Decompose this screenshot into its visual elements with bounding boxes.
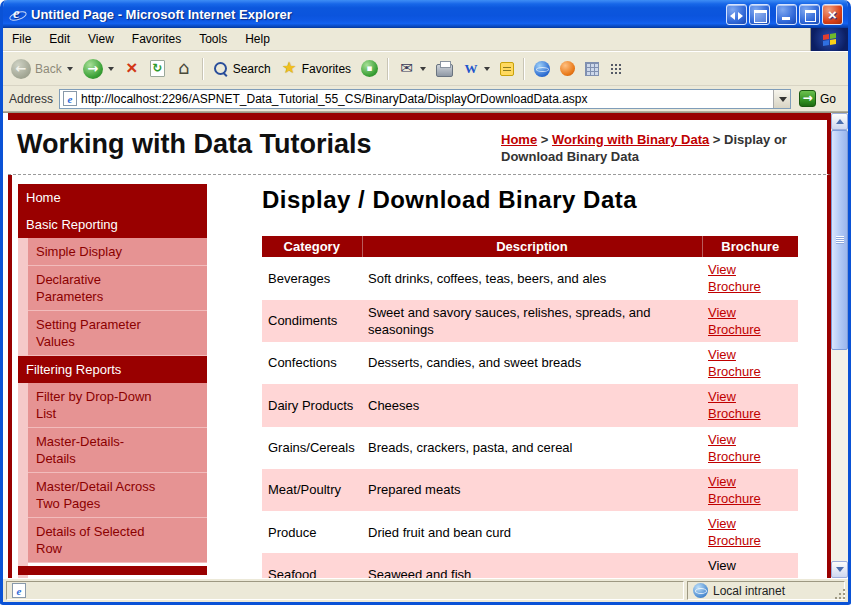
addon-button-1[interactable] (556, 58, 579, 79)
toolbar-separator (202, 58, 204, 80)
category-cell: Beverages (262, 257, 362, 299)
menu-help[interactable]: Help (236, 28, 279, 51)
view-brochure-link[interactable]: View Brochure (708, 431, 766, 465)
view-brochure-link[interactable]: View Brochure (708, 346, 766, 380)
brochure-cell: View Brochure (702, 511, 798, 553)
sidebar-item-setting-parameter-values[interactable]: Setting Parameter Values (28, 311, 207, 356)
search-label: Search (233, 62, 271, 76)
column-header-category: Category (262, 236, 362, 257)
addon-grid-icon (609, 62, 623, 76)
breadcrumb-home-link[interactable]: Home (501, 132, 537, 147)
sidebar-item-filtering-reports[interactable]: Filtering Reports (18, 356, 207, 383)
home-button[interactable] (171, 57, 197, 81)
menu-edit[interactable]: Edit (40, 28, 79, 51)
forward-button[interactable] (79, 56, 118, 82)
view-brochure-link[interactable]: View Brochure (708, 473, 766, 507)
view-brochure-link[interactable]: View Brochure (708, 304, 766, 338)
back-button[interactable]: Back (7, 56, 77, 82)
standard-buttons-toolbar: Back Search Favorites (3, 52, 848, 86)
sidebar-item-simple-display[interactable]: Simple Display (28, 238, 207, 266)
security-zone-label: Local intranet (713, 584, 785, 598)
menu-tools[interactable]: Tools (190, 28, 236, 51)
address-dropdown-button[interactable] (773, 90, 790, 108)
window-title: Untitled Page - Microsoft Internet Explo… (31, 7, 721, 22)
mail-button[interactable] (394, 57, 430, 80)
brochure-cell: View Brochure (702, 469, 798, 511)
stop-button[interactable] (120, 58, 144, 80)
notes-button[interactable] (496, 59, 518, 79)
view-brochure-link[interactable]: View Brochure (708, 388, 766, 422)
home-icon (175, 60, 193, 78)
scroll-down-button[interactable] (831, 561, 848, 578)
go-button[interactable]: Go (797, 89, 842, 108)
sidebar-item-home[interactable]: Home (18, 184, 207, 211)
go-label: Go (820, 92, 836, 106)
menu-view[interactable]: View (79, 28, 123, 51)
messenger-button[interactable] (530, 58, 554, 80)
address-input[interactable]: http://localhost:2296/ASPNET_Data_Tutori… (59, 89, 791, 109)
addon-button-3[interactable] (605, 59, 627, 79)
category-cell: Produce (262, 511, 362, 553)
edit-dropdown-chevron[interactable] (484, 67, 490, 71)
scrollbar-thumb[interactable] (831, 130, 848, 350)
print-button[interactable] (432, 58, 457, 80)
title-bar[interactable]: Untitled Page - Microsoft Internet Explo… (3, 0, 848, 28)
brochure-cell: View Brochure (702, 257, 798, 299)
back-dropdown-chevron[interactable] (67, 67, 73, 71)
address-label: Address (9, 92, 53, 106)
media-button[interactable] (357, 57, 382, 80)
close-button[interactable] (822, 4, 843, 25)
main-content: Display / Download Binary Data CategoryD… (207, 184, 827, 578)
favorites-star-icon (281, 60, 298, 77)
sidebar-item-master-detail-across-two-pages[interactable]: Master/Detail Across Two Pages (28, 473, 207, 518)
minimize-button[interactable] (776, 4, 797, 25)
go-icon (799, 90, 816, 107)
menu-favorites[interactable]: Favorites (123, 28, 190, 51)
status-page-icon (12, 583, 26, 598)
sidebar-item-filter-by-drop-down-list[interactable]: Filter by Drop-Down List (28, 383, 207, 428)
table-row-confections: ConfectionsDesserts, candies, and sweet … (262, 342, 798, 384)
vertical-scrollbar[interactable] (831, 113, 848, 578)
sidebar-item-master-details-details[interactable]: Master-Details-Details (28, 428, 207, 473)
favorites-button[interactable]: Favorites (277, 57, 355, 80)
sidebar-item-basic-reporting[interactable]: Basic Reporting (18, 211, 207, 238)
edit-button[interactable] (459, 58, 494, 80)
page-top-band (8, 113, 831, 120)
breadcrumb-section-link[interactable]: Working with Binary Data (552, 132, 709, 147)
addon-orange-icon (560, 61, 575, 76)
categories-table-body: BeveragesSoft drinks, coffees, teas, bee… (262, 257, 798, 578)
description-cell: Dried fruit and bean curd (362, 511, 702, 553)
brochure-text: View Brochure (708, 557, 766, 578)
view-brochure-link[interactable]: View Brochure (708, 515, 766, 549)
categories-table: CategoryDescriptionBrochure BeveragesSof… (262, 236, 798, 578)
window-extra-arrows-button[interactable] (726, 4, 747, 25)
resize-grip[interactable] (833, 587, 847, 601)
sidebar-item-details-of-selected-row[interactable]: Details of Selected Row (28, 518, 207, 563)
view-brochure-link[interactable]: View Brochure (708, 261, 766, 295)
scroll-up-button[interactable] (831, 113, 848, 130)
maximize-button[interactable] (799, 4, 820, 25)
menu-file[interactable]: File (3, 28, 40, 51)
search-icon (213, 61, 229, 77)
addon-button-2[interactable] (581, 59, 603, 79)
table-row-beverages: BeveragesSoft drinks, coffees, teas, bee… (262, 257, 798, 299)
description-cell: Cheeses (362, 384, 702, 426)
description-cell: Soft drinks, coffees, teas, beers, and a… (362, 257, 702, 299)
refresh-button[interactable] (146, 57, 169, 80)
menu-bar-items: FileEditViewFavoritesToolsHelp (3, 28, 279, 51)
sidebar-item-declarative-parameters[interactable]: Declarative Parameters (28, 266, 207, 311)
page-header: Working with Data Tutorials Home > Worki… (8, 120, 831, 175)
description-cell: Desserts, candies, and sweet breads (362, 342, 702, 384)
search-button[interactable]: Search (209, 58, 275, 80)
mail-dropdown-chevron[interactable] (420, 67, 426, 71)
address-bar: Address http://localhost:2296/ASPNET_Dat… (3, 86, 848, 112)
table-row-condiments: CondimentsSweet and savory sauces, relis… (262, 300, 798, 342)
media-icon (361, 60, 378, 77)
category-cell: Dairy Products (262, 384, 362, 426)
windows-logo-throbber (810, 28, 848, 51)
forward-dropdown-chevron[interactable] (108, 67, 114, 71)
scrollbar-track[interactable] (831, 130, 848, 561)
sidebar-item-partial (18, 566, 207, 575)
window-extra-window-button[interactable] (749, 4, 770, 25)
category-cell: Seafood (262, 553, 362, 578)
